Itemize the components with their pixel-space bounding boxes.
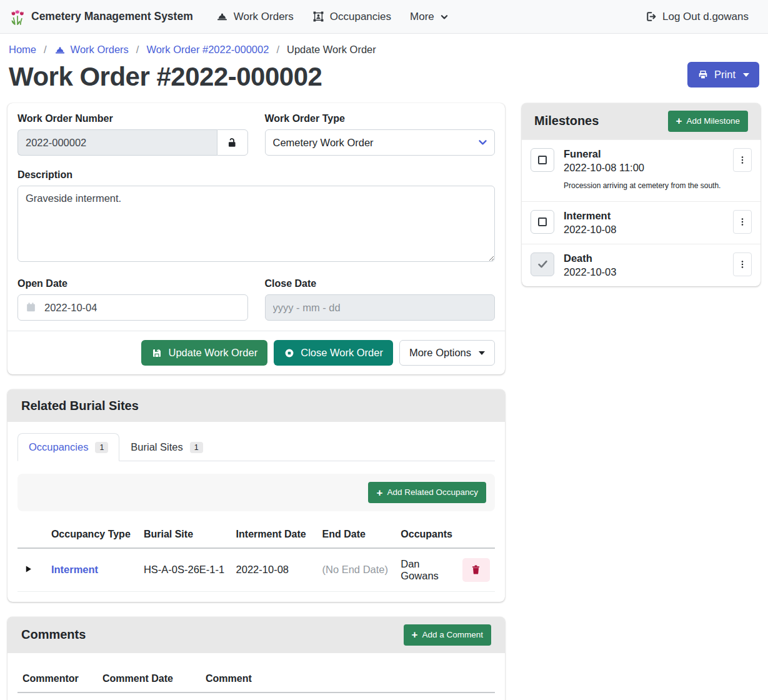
occupants-cell: Dan Gowans — [396, 548, 457, 592]
trash-icon — [471, 564, 481, 575]
breadcrumb-work-orders[interactable]: Work Orders — [54, 44, 129, 56]
milestone-checkbox[interactable] — [531, 148, 554, 172]
add-comment-button[interactable]: + Add a Comment — [404, 624, 491, 646]
milestone-menu-button[interactable] — [733, 148, 752, 172]
related-tabs: Occupancies 1 Burial Sites 1 — [17, 433, 495, 461]
description-field: Description Graveside interment. — [17, 169, 495, 264]
close-date-label: Close Date — [265, 278, 496, 289]
milestone-item-death: Death 2022-10-03 — [522, 244, 761, 286]
burial-site-cell: HS-A-0S-26E-1-1 — [139, 548, 231, 592]
occupancy-type-link[interactable]: Interment — [51, 564, 98, 575]
print-button[interactable]: Print — [687, 62, 759, 88]
column-header: Comment Date — [97, 668, 201, 692]
column-header: Occupancy Type — [46, 524, 139, 548]
caret-down-icon — [743, 73, 749, 77]
description-textarea[interactable]: Graveside interment. — [17, 186, 495, 262]
comments-title: Comments — [21, 628, 86, 642]
logout-label: Log Out d.gowans — [662, 11, 749, 23]
nav-item-label: Occupancies — [330, 11, 391, 23]
add-comment-label: Add a Comment — [422, 629, 483, 641]
add-related-occupancy-button[interactable]: + Add Related Occupancy — [368, 482, 486, 503]
top-navbar: Cemetery Management System Work Orders O… — [0, 0, 768, 34]
commentor-cell: d.gowans — [17, 692, 97, 700]
milestone-menu-button[interactable] — [733, 210, 752, 234]
close-date-field: Close Date — [265, 278, 496, 321]
milestones-card: Milestones + Add Milestone Funeral 2022-… — [522, 103, 761, 286]
related-burial-sites-card: Related Burial Sites Occupancies 1 Buria… — [7, 389, 505, 602]
work-order-type-select[interactable]: Cemetery Work Order — [265, 129, 496, 156]
save-icon — [151, 348, 162, 359]
chevron-down-icon — [440, 12, 449, 21]
occupancies-table: Occupancy Type Burial Site Interment Dat… — [17, 524, 495, 592]
caret-down-icon — [479, 351, 485, 355]
occupancies-toolbar: + Add Related Occupancy — [17, 474, 495, 511]
unlock-icon — [226, 137, 238, 149]
close-label: Close Work Order — [301, 346, 383, 359]
printer-icon — [697, 69, 709, 81]
form-actions: Update Work Order Close Work Order More … — [7, 331, 505, 374]
milestone-menu-button[interactable] — [733, 252, 752, 276]
milestone-date: 2022-10-08 11:00 — [564, 162, 724, 174]
plus-icon: + — [376, 488, 382, 498]
work-order-number-input — [17, 129, 217, 156]
nav-item-label: More — [410, 11, 434, 23]
column-header: Burial Site — [139, 524, 231, 548]
breadcrumb-home[interactable]: Home — [9, 44, 36, 56]
add-milestone-label: Add Milestone — [686, 116, 740, 127]
milestone-date: 2022-10-08 — [564, 224, 724, 236]
open-date-input[interactable] — [17, 294, 248, 321]
more-options-button[interactable]: More Options — [399, 340, 495, 366]
update-label: Update Work Order — [168, 346, 257, 359]
lock-toggle-button[interactable] — [217, 129, 248, 156]
nav-item-more[interactable]: More — [401, 6, 458, 28]
nav-item-work-orders[interactable]: Work Orders — [207, 6, 303, 28]
brand-title: Cemetery Management System — [31, 10, 193, 23]
milestone-item-interment: Interment 2022-10-08 — [522, 201, 761, 244]
breadcrumb-work-order-number[interactable]: Work Order #2022-000002 — [146, 44, 269, 56]
close-date-input[interactable] — [265, 294, 496, 321]
description-label: Description — [17, 169, 495, 181]
kebab-icon — [737, 216, 747, 228]
milestone-date: 2022-10-03 — [564, 266, 724, 278]
breadcrumb-current: Update Work Order — [287, 44, 376, 56]
milestone-checkbox-checked[interactable] — [531, 252, 554, 276]
checkbox-unchecked-icon — [538, 218, 547, 226]
tab-count-badge: 1 — [95, 442, 108, 454]
comment-row: d.gowans 2022-10-07 10:08 Family schedul… — [17, 692, 495, 700]
brand[interactable]: Cemetery Management System — [10, 8, 193, 26]
nav-item-label: Work Orders — [234, 11, 294, 23]
milestone-title: Death — [564, 252, 724, 264]
breadcrumb-separator: / — [276, 44, 279, 56]
nav-item-occupancies[interactable]: Occupancies — [303, 6, 401, 28]
milestone-description: Procession arriving at cemetery from the… — [564, 179, 724, 193]
tab-label: Occupancies — [29, 441, 88, 453]
open-date-field: Open Date — [17, 278, 248, 321]
logout-icon — [645, 11, 657, 22]
milestone-title: Interment — [564, 210, 724, 222]
column-header: Comment — [201, 668, 407, 692]
kebab-icon — [737, 259, 747, 270]
hard-hat-icon — [216, 11, 228, 22]
milestone-title: Funeral — [564, 148, 724, 160]
play-icon — [24, 564, 33, 574]
hard-hat-icon — [54, 44, 66, 56]
page-title: Work Order #2022-000002 — [9, 62, 322, 92]
close-work-order-button[interactable]: Close Work Order — [274, 340, 393, 366]
delete-occupancy-button[interactable] — [462, 558, 490, 582]
add-milestone-button[interactable]: + Add Milestone — [668, 111, 749, 132]
tab-label: Burial Sites — [131, 441, 182, 453]
open-date-label: Open Date — [17, 278, 248, 289]
milestone-checkbox[interactable] — [531, 210, 554, 234]
stop-circle-icon — [284, 348, 295, 359]
milestone-item-funeral: Funeral 2022-10-08 11:00 Procession arri… — [522, 139, 761, 201]
column-header: Occupants — [396, 524, 457, 548]
tab-occupancies[interactable]: Occupancies 1 — [17, 433, 119, 461]
column-header: Commentor — [17, 668, 97, 692]
column-header: End Date — [317, 524, 396, 548]
expand-row-button[interactable] — [22, 562, 34, 576]
logout-button[interactable]: Log Out d.gowans — [636, 6, 758, 28]
update-work-order-button[interactable]: Update Work Order — [141, 340, 267, 366]
milestones-title: Milestones — [534, 114, 599, 128]
tab-burial-sites[interactable]: Burial Sites 1 — [119, 433, 214, 461]
work-order-number-field: Work Order Number — [17, 113, 248, 156]
